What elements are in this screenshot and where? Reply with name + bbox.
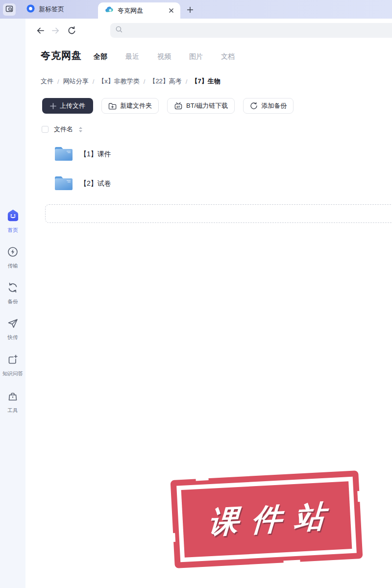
home-icon — [6, 209, 20, 224]
sidebar-item-label: 备份 — [8, 298, 18, 305]
action-button-row: 上传文件 新建文件夹 BT BT/磁力链下载 — [42, 98, 294, 114]
file-name: 【2】试卷 — [80, 179, 111, 188]
sort-icon[interactable] — [78, 126, 83, 133]
bt-magnet-download-button[interactable]: BT BT/磁力链下载 — [167, 98, 235, 114]
back-icon — [36, 26, 45, 35]
file-row-folder-2[interactable]: 【2】试卷 — [45, 169, 388, 198]
breadcrumb-separator: / — [186, 78, 188, 85]
select-all-checkbox[interactable] — [42, 126, 49, 133]
quark-cloud-icon — [105, 6, 114, 15]
view-tabs: 全部 最近 视频 图片 文档 — [94, 52, 235, 61]
sidebar-item-label: 首页 — [8, 227, 18, 234]
refresh-icon — [67, 26, 76, 35]
sidebar-item-label: 快传 — [8, 334, 18, 341]
tab-label: 新标签页 — [39, 5, 64, 14]
sidebar-item-label: 知识问答 — [2, 370, 23, 377]
sidebar-item-label: 传输 — [8, 263, 18, 270]
sidebar-item-tools[interactable]: 工具 — [0, 391, 25, 414]
paper-plane-icon — [7, 318, 19, 331]
sidebar-item-backup[interactable]: 备份 — [0, 282, 25, 305]
page-header: 夸克网盘 全部 最近 视频 图片 文档 — [41, 49, 235, 62]
add-backup-button[interactable]: 添加备份 — [243, 98, 294, 114]
file-name: 【1】课件 — [80, 150, 111, 159]
stamp-texture — [172, 533, 175, 542]
breadcrumb-separator: / — [144, 78, 146, 85]
add-backup-icon — [250, 102, 258, 110]
breadcrumb-separator: / — [93, 78, 95, 85]
tab-search-button[interactable] — [3, 3, 16, 16]
sidebar-item-fast-transfer[interactable]: 快传 — [0, 318, 25, 341]
new-folder-button[interactable]: 新建文件夹 — [101, 98, 159, 114]
svg-text:BT: BT — [176, 105, 180, 108]
tab-documents[interactable]: 文档 — [221, 52, 235, 61]
tab-videos[interactable]: 视频 — [157, 52, 171, 61]
sidebar-item-label: 工具 — [8, 407, 18, 414]
tab-label: 夸克网盘 — [118, 6, 163, 15]
browser-toolbar — [25, 19, 392, 42]
stamp-texture — [196, 477, 208, 481]
search-icon — [115, 25, 123, 35]
page-title: 夸克网盘 — [41, 49, 82, 62]
new-folder-icon — [108, 102, 117, 110]
button-label: 上传文件 — [60, 101, 85, 110]
toolbox-icon — [7, 391, 19, 404]
sidebar-item-transfer[interactable]: 传输 — [0, 246, 25, 270]
back-button[interactable] — [35, 25, 46, 36]
file-list-header: 文件名 — [42, 122, 83, 136]
button-label: 新建文件夹 — [120, 101, 152, 110]
breadcrumb-separator: / — [57, 78, 59, 85]
button-label: BT/磁力链下载 — [186, 101, 228, 110]
backup-icon — [7, 282, 19, 295]
forward-icon — [51, 26, 60, 35]
breadcrumb-item[interactable]: 文件 — [41, 77, 53, 86]
forward-button[interactable] — [50, 25, 61, 36]
filename-column-header[interactable]: 文件名 — [54, 125, 73, 134]
refresh-button[interactable] — [66, 25, 77, 36]
stamp-text: 课件站 — [207, 495, 339, 543]
bt-icon: BT — [174, 102, 183, 110]
breadcrumb-item[interactable]: 网站分享 — [63, 77, 89, 86]
knowledge-qa-icon — [7, 354, 19, 368]
address-search-bar[interactable] — [110, 23, 392, 38]
new-tab-button[interactable] — [184, 4, 196, 16]
breadcrumb-item-current: 【7】生物 — [191, 77, 220, 86]
stamp-inner-plate: 课件站 — [181, 481, 352, 558]
browser-tab-quark-drive[interactable]: 夸克网盘 — [98, 2, 180, 19]
tab-search-icon — [5, 5, 13, 15]
folder-icon — [54, 145, 74, 164]
breadcrumb-item[interactable]: 【x】非教学类 — [98, 77, 140, 86]
upload-file-button[interactable]: 上传文件 — [42, 98, 93, 114]
tab-recent[interactable]: 最近 — [125, 52, 139, 61]
tab-all[interactable]: 全部 — [94, 52, 107, 61]
newtab-favicon — [26, 4, 35, 15]
tab-images[interactable]: 图片 — [189, 52, 203, 61]
browser-tab-bar: 新标签页 夸克网盘 — [0, 0, 392, 19]
plus-icon — [50, 103, 56, 109]
breadcrumb: 文件 / 网站分享 / 【x】非教学类 / 【22】高考 / 【7】生物 — [41, 77, 220, 86]
file-row-folder-1[interactable]: 【1】课件 — [45, 140, 388, 169]
browser-tab-newtab[interactable]: 新标签页 — [20, 0, 71, 19]
stamp-texture — [357, 491, 360, 502]
sidebar-item-knowledge-qa[interactable]: 知识问答 — [0, 354, 25, 377]
sidebar-item-home[interactable]: 首页 — [0, 209, 25, 234]
button-label: 添加备份 — [261, 101, 287, 110]
transfer-icon — [7, 246, 19, 260]
close-icon[interactable] — [167, 6, 175, 15]
breadcrumb-item[interactable]: 【22】高考 — [149, 77, 181, 86]
quark-browser-window: 新标签页 夸克网盘 — [0, 0, 392, 588]
app-sidebar: 首页 传输 备份 — [0, 19, 25, 588]
plus-icon — [187, 6, 194, 13]
stamp-watermark: 课件站 — [171, 470, 363, 568]
folder-icon — [54, 174, 74, 193]
upload-dropzone — [45, 204, 392, 223]
